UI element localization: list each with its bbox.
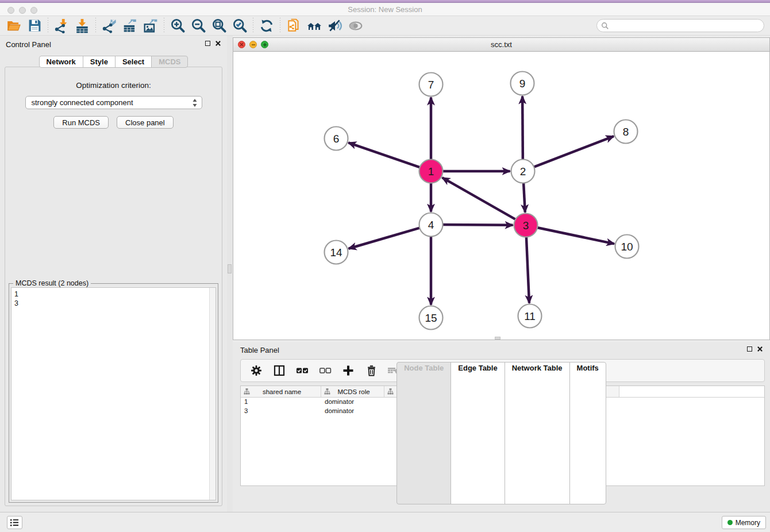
table-tab-edge-table[interactable]: Edge Table — [451, 362, 505, 504]
control-panel-title: Control Panel — [6, 40, 51, 49]
table-tab-network-table[interactable]: Network Table — [505, 362, 570, 504]
run-mcds-button[interactable]: Run MCDS — [53, 116, 109, 129]
list-icon — [10, 518, 20, 527]
node-2[interactable]: 2 — [511, 160, 535, 183]
node-label: 7 — [428, 79, 434, 91]
node-label: 1 — [428, 165, 434, 178]
search-box[interactable] — [596, 19, 764, 32]
show-all-eye-icon[interactable] — [345, 17, 366, 34]
table-panel: Table Panel f(x) shared nameMCDS rol — [233, 342, 770, 512]
edge-4-3[interactable] — [441, 225, 513, 225]
export-network-icon[interactable] — [99, 17, 120, 34]
import-table-icon[interactable] — [72, 17, 93, 34]
mcds-result-textarea[interactable]: 13 — [11, 287, 216, 500]
close-panel-button[interactable]: Close panel — [117, 116, 174, 129]
control-panel: Control Panel NetworkStyleSelectMCDS Opt… — [0, 36, 227, 512]
edge-4-14[interactable] — [349, 228, 421, 249]
node-label: 3 — [523, 219, 529, 232]
first-neighbors-icon[interactable] — [304, 17, 325, 34]
edge-2-3[interactable] — [523, 182, 525, 212]
search-icon — [601, 22, 609, 30]
node-8[interactable]: 8 — [614, 120, 638, 144]
new-network-from-selection-icon[interactable] — [283, 17, 304, 34]
float-table-panel-icon[interactable] — [747, 346, 752, 352]
hide-selected-icon[interactable] — [325, 17, 345, 34]
network-graph[interactable]: 7968124314101511 — [233, 52, 769, 340]
zoom-in-icon[interactable] — [167, 17, 188, 34]
edge-3-10[interactable] — [536, 228, 614, 244]
node-label: 4 — [428, 219, 434, 231]
network-canvas[interactable]: 7968124314101511 — [233, 52, 769, 340]
save-session-icon[interactable] — [24, 17, 45, 34]
table-tabs: Node TableEdge TableNetwork TableMotifs — [233, 362, 770, 504]
close-panel-icon[interactable] — [215, 40, 221, 47]
node-label: 9 — [519, 78, 526, 90]
close-table-panel-icon[interactable] — [757, 346, 763, 352]
status-bar: Memory — [0, 512, 770, 532]
zoom-selected-icon[interactable] — [229, 17, 250, 34]
edge-3-11[interactable] — [526, 236, 529, 303]
node-14[interactable]: 14 — [325, 241, 348, 264]
canvas-bottom-grip[interactable] — [495, 337, 500, 340]
float-panel-icon[interactable] — [205, 41, 210, 46]
network-window: scc.txt 7968124314101511 — [233, 37, 770, 340]
node-label: 11 — [524, 310, 536, 322]
zoom-out-icon[interactable] — [188, 17, 209, 34]
node-label: 14 — [330, 246, 342, 259]
node-1[interactable]: 1 — [419, 160, 443, 183]
node-label: 8 — [623, 126, 629, 138]
edge-2-9[interactable] — [522, 96, 523, 160]
mcds-result-group: MCDS result (2 nodes) 13 — [9, 283, 218, 503]
app-titlebar: Session: New Session — [0, 3, 770, 16]
task-history-button[interactable] — [7, 516, 22, 529]
node-9[interactable]: 9 — [511, 72, 534, 95]
node-label: 6 — [333, 133, 340, 145]
tab-network[interactable]: Network — [39, 56, 83, 68]
main-toolbar — [0, 16, 770, 36]
node-label: 2 — [520, 165, 526, 178]
tab-style[interactable]: Style — [83, 56, 116, 68]
optimization-criterion-dropdown[interactable]: strongly connected component — [25, 96, 202, 109]
optimization-criterion-label: Optimization criterion: — [5, 81, 222, 90]
edge-2-8[interactable] — [533, 136, 614, 167]
mcds-result-line: 3 — [14, 299, 213, 308]
network-window-titlebar[interactable]: scc.txt — [233, 38, 769, 52]
memory-button[interactable]: Memory — [722, 516, 766, 529]
import-network-icon[interactable] — [51, 17, 72, 34]
network-window-title: scc.txt — [233, 40, 769, 49]
node-10[interactable]: 10 — [615, 235, 639, 259]
tab-select[interactable]: Select — [115, 56, 152, 68]
memory-status-dot — [727, 520, 733, 525]
dropdown-value: strongly connected component — [32, 98, 133, 107]
table-panel-title: Table Panel — [240, 346, 279, 354]
export-image-icon[interactable] — [140, 17, 161, 34]
edge-3-1[interactable] — [442, 178, 517, 220]
node-6[interactable]: 6 — [325, 127, 348, 151]
open-session-icon[interactable] — [3, 17, 24, 34]
node-11[interactable]: 11 — [518, 304, 542, 328]
memory-label: Memory — [736, 519, 760, 527]
vertical-splitter[interactable] — [227, 36, 233, 512]
node-label: 10 — [621, 241, 633, 253]
mcds-tab-content: Optimization criterion: strongly connect… — [5, 67, 222, 506]
node-4[interactable]: 4 — [419, 213, 443, 237]
node-3[interactable]: 3 — [514, 214, 538, 237]
table-tab-node-table[interactable]: Node Table — [396, 362, 451, 504]
mcds-result-title: MCDS result (2 nodes) — [13, 279, 91, 287]
search-input[interactable] — [609, 21, 764, 31]
node-label: 15 — [425, 312, 437, 324]
node-15[interactable]: 15 — [419, 306, 443, 330]
table-tab-motifs[interactable]: Motifs — [569, 362, 606, 504]
result-scrollbar[interactable] — [209, 288, 215, 500]
node-7[interactable]: 7 — [419, 73, 443, 97]
export-table-icon[interactable] — [120, 17, 140, 34]
zoom-fit-icon[interactable] — [209, 17, 229, 34]
tab-mcds[interactable]: MCDS — [151, 56, 188, 68]
splitter-grip[interactable] — [228, 264, 232, 273]
edge-1-6[interactable] — [348, 142, 421, 168]
refresh-view-icon[interactable] — [256, 17, 277, 34]
window-title: Session: New Session — [0, 5, 770, 14]
dropdown-stepper-icon — [192, 98, 198, 109]
mcds-result-line: 1 — [14, 290, 213, 299]
control-panel-tabs: NetworkStyleSelectMCDS — [0, 56, 227, 68]
